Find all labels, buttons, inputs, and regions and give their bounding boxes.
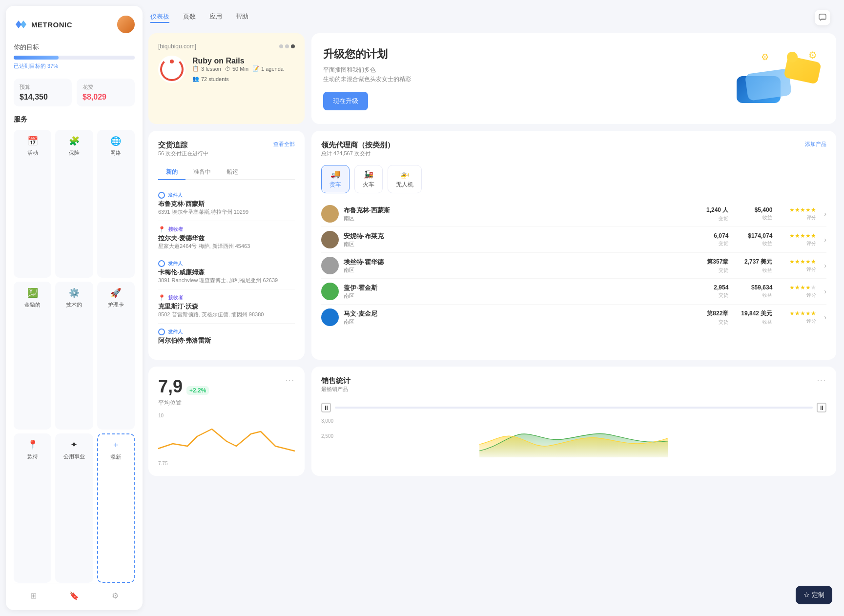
course-lessons: 📋 3 lesson [192, 65, 221, 72]
nav-dashboard[interactable]: 仪表板 [150, 12, 169, 23]
slider-left-handle[interactable]: ⏸ [321, 403, 331, 412]
avg-y-label-775: 7.75 [158, 461, 295, 466]
service-name-utility: 公用事业 [63, 453, 85, 460]
train-label: 火车 [363, 181, 374, 189]
agent-count-2: 6,074 [714, 232, 728, 239]
view-all-button[interactable]: 查看全部 [273, 141, 295, 148]
stars-3: ★★★★★ [789, 258, 816, 265]
course-dots [279, 44, 295, 48]
tab-preparing[interactable]: 准备中 [185, 165, 219, 180]
budget-card: 预算 $14,350 [14, 79, 72, 106]
agent-arrow-4[interactable]: › [824, 287, 826, 295]
sender-circle-3 [158, 329, 165, 335]
activity-icon: 📅 [27, 136, 38, 146]
tech-icon: ⚙️ [69, 287, 80, 298]
delivery-header: 交货追踪 56 次交付正在进行中 查看全部 [158, 141, 295, 163]
add-product-button[interactable]: 添加产品 [805, 141, 826, 148]
service-name-hospitality: 款待 [27, 453, 38, 460]
service-item-finance[interactable]: 💹 金融的 [14, 282, 51, 430]
agent-name-4: 盖伊·霍金斯 [344, 284, 689, 292]
expense-card: 花费 $8,029 [77, 79, 135, 106]
service-item-utility[interactable]: ✦ 公用事业 [55, 433, 93, 583]
agent-tab-drone[interactable]: 🚁 无人机 [388, 165, 422, 193]
agent-arrow-1[interactable]: › [824, 210, 826, 218]
chat-icon[interactable] [815, 10, 830, 25]
agent-info-4: 盖伊·霍金斯 南区 [344, 284, 689, 300]
avg-dots-menu[interactable]: ··· [286, 376, 295, 385]
delivery-name-1: 布鲁克林·西蒙斯 [158, 200, 295, 208]
sales-card-header: 销售统计 最畅销产品 ··· [321, 376, 826, 399]
delivery-role-receiver1: 📍 接收者 [158, 226, 295, 233]
delivery-name-3: 卡梅伦·威廉姆森 [158, 268, 295, 277]
delivery-item-2: 📍 接收者 拉尔夫·爱德华兹 星家大道2464号 梅萨, 新泽西州 45463 [158, 221, 295, 255]
agent-count-label-4: 交货 [719, 292, 728, 299]
delivery-address-1: 6391 埃尔全圣塞莱斯,特拉华州 10299 [158, 208, 295, 216]
agents-header: 领先代理商（按类别） 总计 424,567 次交付 添加产品 [321, 141, 826, 163]
sales-card: 销售统计 最畅销产品 ··· ⏸ ⏸ 3,000 2,500 [311, 367, 836, 476]
sales-dots-menu[interactable]: ··· [817, 376, 826, 385]
agent-name-5: 马文·麦金尼 [344, 309, 689, 318]
agent-arrow-5[interactable]: › [824, 313, 826, 321]
avg-number: 7,9 +2.2% [158, 376, 209, 397]
expense-label: 花费 [82, 83, 129, 91]
upgrade-text: 升级您的计划 平面插图和我们多色 生动的未混合紫色头发女士的精彩 现在升级 [323, 47, 411, 110]
slider-right-handle[interactable]: ⏸ [817, 403, 826, 412]
delivery-item-1: 发件人 布鲁克林·西蒙斯 6391 埃尔全圣塞莱斯,特拉华州 10299 [158, 187, 295, 221]
dot-1 [279, 44, 283, 48]
row-1: [biqubiqu.com] Ruby on Rails [148, 33, 836, 124]
service-item-activity[interactable]: 📅 活动 [14, 130, 51, 278]
service-item-insurance[interactable]: 🧩 保险 [55, 130, 93, 278]
delivery-name-5: 阿尔伯特·弗洛雷斯 [158, 336, 295, 345]
course-main: Ruby on Rails 📋 3 lesson ⏱ 50 Min [158, 56, 295, 83]
agent-stats-2: 6,074 交货 [694, 232, 728, 247]
delivery-role-sender1: 发件人 [158, 192, 295, 199]
service-item-hospitality[interactable]: 📍 款待 [14, 433, 51, 583]
agent-revenue-3: 2,737 美元 收益 [733, 258, 772, 274]
upgrade-desc: 平面插图和我们多色 生动的未混合紫色头发女士的精彩 [323, 65, 411, 84]
service-item-network[interactable]: 🌐 网络 [97, 130, 135, 278]
agent-revenue-val-2: $174,074 [748, 232, 772, 239]
agenda-icon: 📝 [252, 65, 259, 72]
agent-region-4: 南区 [344, 292, 689, 300]
receiver-pin-1: 📍 [158, 226, 165, 233]
sidebar-footer: ⊞ 🔖 ⚙ [14, 583, 135, 600]
nav-apps[interactable]: 应用 [209, 12, 222, 23]
tab-new[interactable]: 新的 [158, 165, 185, 180]
agent-revenue-label-1: 收益 [762, 214, 772, 221]
goal-section: 你的目标 已达到目标的 37% [14, 43, 135, 70]
agent-tab-train[interactable]: 🚂 火车 [354, 165, 383, 193]
agent-revenue-val-1: $5,400 [755, 206, 773, 213]
sender-circle-1 [158, 192, 165, 199]
agent-name-2: 安妮特·布莱克 [344, 232, 689, 241]
nav-pages[interactable]: 页数 [183, 12, 196, 23]
upgrade-button[interactable]: 现在升级 [323, 92, 368, 110]
settings-icon[interactable]: ⚙ [112, 591, 119, 600]
avatar [117, 16, 135, 33]
finance-icon: 💹 [27, 287, 38, 298]
layers-icon[interactable]: ⊞ [30, 591, 37, 600]
stars-4: ★★★★★ [789, 284, 816, 291]
rating-label-1: 评分 [806, 214, 816, 221]
agent-count-label-3: 交货 [719, 267, 728, 274]
agent-revenue-5: 19,842 美元 收益 [733, 309, 772, 326]
agent-region-2: 南区 [344, 241, 689, 248]
insurance-icon: 🧩 [69, 136, 80, 146]
agent-tab-truck[interactable]: 🚚 货车 [321, 165, 350, 193]
bookmark-icon[interactable]: 🔖 [69, 591, 79, 600]
tab-shipping[interactable]: 船运 [219, 165, 246, 180]
agent-region-1: 南区 [344, 215, 689, 222]
agent-revenue-label-4: 收益 [762, 292, 772, 299]
progress-bar-bg [14, 56, 135, 60]
agent-arrow-3[interactable]: › [824, 262, 826, 269]
agent-arrow-2[interactable]: › [824, 236, 826, 244]
service-item-carecard[interactable]: 🚀 护理卡 [97, 282, 135, 430]
service-item-add[interactable]: + 添新 [97, 433, 135, 583]
service-item-tech[interactable]: ⚙️ 技术的 [55, 282, 93, 430]
customize-button[interactable]: ☆ 定制 [796, 586, 832, 604]
nav-help[interactable]: 帮助 [236, 12, 248, 23]
logo-icon [14, 18, 27, 31]
service-name-finance: 金融的 [24, 301, 41, 308]
upgrade-illustration: ⚙ ⚙ [737, 49, 824, 108]
avg-trend: +2.2% [186, 386, 209, 395]
agent-avatar-4 [321, 283, 339, 300]
